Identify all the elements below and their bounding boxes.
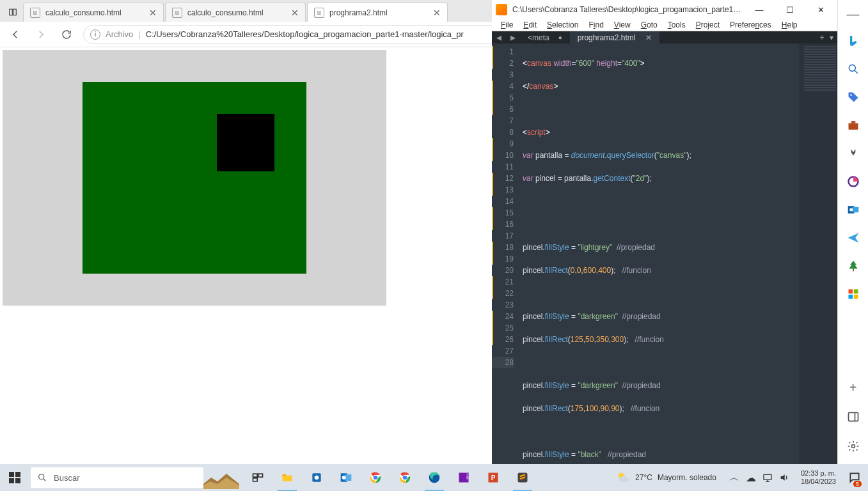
chrome-icon-2[interactable] [390,464,420,491]
tab-actions-icon[interactable] [3,3,23,22]
tab-title: calculo_consumo.html [187,8,286,17]
sublime-titlebar[interactable]: C:\Users\Cobranza Talleres\Desktop\logic… [492,0,837,19]
sublime-tab-meta[interactable]: <meta [520,31,570,43]
menu-goto[interactable]: Goto [636,19,663,31]
browser-tab-2[interactable]: 🗎 calculo_consumo.html ✕ [165,3,306,22]
site-info-icon[interactable]: i [90,29,100,40]
window-maximize-button[interactable]: ☐ [777,0,803,19]
search-illustration [203,466,239,489]
edge-app-icon[interactable] [420,464,449,491]
file-explorer-icon[interactable] [272,464,302,491]
url-text: C:/Users/Cobranza%20Talleres/Desktop/log… [146,29,464,39]
sublime-window: C:\Users\Cobranza Talleres\Desktop\logic… [492,0,837,464]
tab-prev-icon[interactable]: ◂ [492,31,506,43]
tray-chevron-icon[interactable]: ︿ [729,471,739,485]
menu-preferences[interactable]: Preferences [725,19,777,31]
weather-temp: 27°C [635,473,652,482]
outlook-icon[interactable] [843,199,864,220]
svg-rect-10 [853,269,854,271]
notifications-button[interactable]: 5 [844,464,865,491]
taskbar-apps: P [243,464,537,491]
svg-rect-0 [10,9,13,15]
menu-project[interactable]: Project [691,19,725,31]
clock-time: 02:33 p. m. [801,469,836,478]
tab-overflow-icon[interactable]: ▾ [830,33,833,42]
menu-edit[interactable]: Edit [518,19,542,31]
weather-desc: Mayorm. soleado [658,473,716,482]
system-tray[interactable]: ︿ ☁ [725,471,793,485]
tab-close-icon[interactable]: ✕ [149,8,157,18]
chrome-icon[interactable] [361,464,390,491]
minimap[interactable] [799,43,837,491]
menu-view[interactable]: View [609,19,636,31]
edge-sidebar: — + [837,0,868,464]
svg-point-9 [849,208,853,212]
sublime-title-text: C:\Users\Cobranza Talleres\Desktop\logic… [512,5,741,14]
onenote-icon[interactable] [449,464,478,491]
svg-rect-11 [848,290,853,294]
microsoft-icon[interactable] [843,284,864,304]
window-close-button[interactable]: ✕ [808,0,833,19]
sublime-tab-proghrama2[interactable]: proghrama2.html ✕ [570,31,660,43]
code-area[interactable]: <canvas width="600" height="400"> </canv… [519,43,799,491]
onedrive-icon[interactable]: ☁ [746,472,756,484]
browser-tab-1[interactable]: 🗎 calculo_consumo.html ✕ [23,3,164,22]
tab-label: <meta [528,33,549,42]
svg-rect-13 [848,295,853,299]
sublime-app-icon[interactable] [508,464,537,491]
tab-close-icon[interactable]: ✕ [291,8,299,18]
settings-icon[interactable] [843,436,864,456]
sublime-editor[interactable]: 1234 5678 9101112 13141516 17181920 2122… [492,43,837,491]
volume-icon[interactable] [779,472,789,483]
settings-app-icon[interactable] [302,464,331,491]
page-icon: 🗎 [172,8,182,18]
tab-close-icon[interactable]: ✕ [645,33,652,42]
weather-widget[interactable]: 27°C Mayorm. soleado [610,471,723,485]
tree-icon[interactable] [843,256,864,276]
m365-icon[interactable] [843,171,864,192]
window-minimize-icon[interactable]: — [838,5,868,23]
toolbox-icon[interactable] [843,115,864,136]
tab-close-icon[interactable]: ✕ [433,8,441,18]
menu-find[interactable]: Find [583,19,608,31]
network-icon[interactable] [762,472,773,483]
menu-tools[interactable]: Tools [663,19,691,31]
page-icon: 🗎 [314,8,324,18]
tab-next-icon[interactable]: ▸ [506,31,520,43]
taskbar-clock[interactable]: 02:33 p. m. 18/04/2023 [796,469,841,486]
forward-button[interactable] [32,26,50,43]
svg-rect-8 [852,207,858,212]
svg-rect-5 [851,121,855,123]
search-icon[interactable] [843,59,864,79]
tab-title: calculo_consumo.html [45,8,144,17]
menu-file[interactable]: File [496,19,518,31]
svg-point-29 [403,476,407,480]
outlook-app-icon[interactable] [331,464,361,491]
menu-help[interactable]: Help [777,19,803,31]
search-icon [37,472,47,483]
svg-point-16 [851,445,855,448]
back-button[interactable] [6,26,24,43]
shopping-tag-icon[interactable] [843,87,864,107]
sidebar-toggle-icon[interactable] [843,407,864,427]
plus-icon[interactable]: + [843,377,864,398]
start-button[interactable] [0,464,29,491]
refresh-button[interactable] [58,26,75,43]
taskbar-search[interactable]: Buscar [31,467,203,488]
send-icon[interactable] [843,228,864,248]
task-view-icon[interactable] [243,464,272,491]
menu-selection[interactable]: Selection [542,19,583,31]
svg-point-17 [39,474,44,479]
url-kind-label: Archivo [106,29,133,39]
green-rectangle [83,82,306,274]
powerpoint-icon[interactable]: P [478,464,508,491]
browser-tab-3[interactable]: 🗎 proghrama2.html ✕ [307,3,448,22]
svg-rect-24 [345,474,351,481]
tab-title: proghrama2.html [329,8,428,17]
window-minimize-button[interactable]: — [746,0,772,19]
svg-rect-1 [13,9,17,15]
bing-icon[interactable] [843,31,864,51]
svg-rect-20 [253,478,258,481]
new-tab-icon[interactable]: ＋ [818,32,826,43]
games-icon[interactable] [843,143,864,164]
